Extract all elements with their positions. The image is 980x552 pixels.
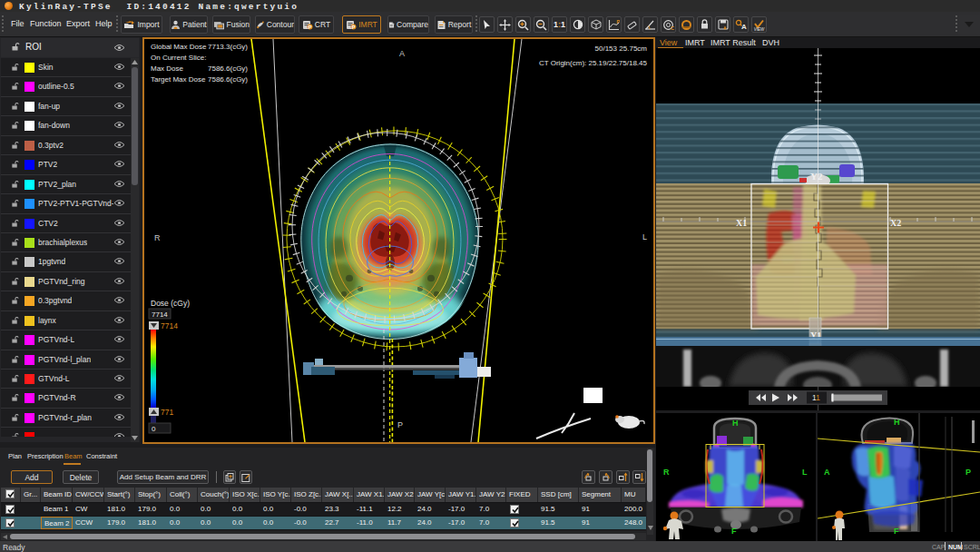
svg-text:7714: 7714 [161,321,178,330]
svg-text:P: P [397,420,403,429]
svg-text:7713.3(cGy): 7713.3(cGy) [208,43,248,51]
svg-text:11: 11 [812,393,820,402]
svg-text:50/153: 50/153 [595,44,618,53]
svg-text:H: H [894,418,900,427]
svg-text:7714: 7714 [152,310,168,319]
svg-text:C: C [671,25,674,31]
svg-text:P: P [308,24,311,29]
svg-text:R: R [663,468,670,477]
svg-text:Y2: Y2 [810,171,823,182]
svg-text:H: H [732,419,739,428]
svg-text:P: P [617,19,621,25]
svg-text:7586.6(cGy): 7586.6(cGy) [208,75,248,84]
svg-text:Dose (cGy): Dose (cGy) [151,299,190,308]
svg-text:X2: X2 [890,218,901,228]
svg-text:F: F [894,527,899,536]
svg-text:R: R [154,233,161,242]
svg-text:P: P [965,468,971,477]
svg-text:7586.6(cGy): 7586.6(cGy) [208,64,248,73]
svg-text:25.75cm: 25.75cm [619,44,647,53]
svg-text:On Current Slice:: On Current Slice: [151,54,206,62]
svg-text:0: 0 [152,425,156,433]
svg-text:X1: X1 [736,218,747,228]
svg-text:A: A [741,23,747,30]
svg-text:A: A [824,468,830,477]
svg-text:P: P [352,24,356,29]
svg-text:F: F [731,527,737,536]
svg-text:771: 771 [161,408,173,417]
svg-text:Global Max Dose: Global Max Dose [151,43,207,51]
svg-text:L: L [642,232,647,242]
svg-text:Target Max Dose: Target Max Dose [151,75,206,84]
svg-text:A: A [399,49,405,58]
svg-text:CT Origin(cm): 25.19/22.75/18.: CT Origin(cm): 25.19/22.75/18.45 [539,59,648,67]
svg-text:L: L [802,468,808,477]
svg-text:Max Dose: Max Dose [151,64,184,73]
svg-text:VIEW: VIEW [754,26,765,31]
